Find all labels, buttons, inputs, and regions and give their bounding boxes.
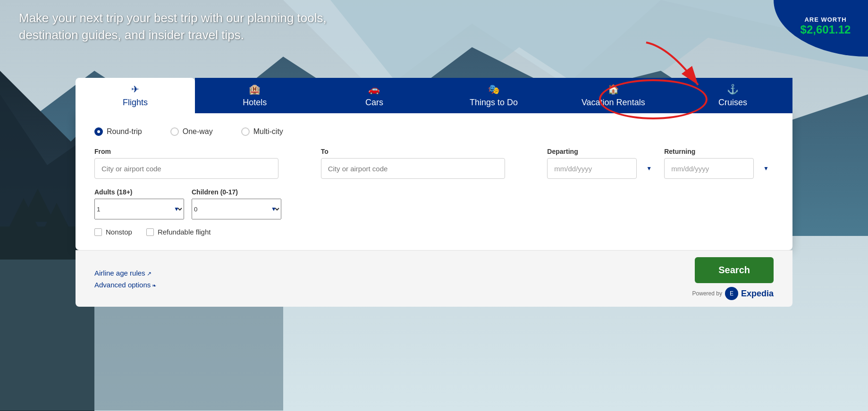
departing-select[interactable]: mm/dd/yyyy	[547, 158, 637, 179]
radio-oneway-label: One-way	[183, 127, 213, 136]
vacation-icon: 🏠	[607, 84, 619, 95]
flights-icon: ✈	[131, 84, 139, 95]
from-group: From	[94, 148, 313, 179]
tab-vacation-label: Vacation Rentals	[581, 98, 645, 108]
radio-roundtrip-circle	[94, 127, 103, 136]
departing-select-wrapper: mm/dd/yyyy ▼	[547, 158, 657, 179]
tab-things-label: Things to Do	[470, 98, 518, 108]
tab-flights-label: Flights	[123, 98, 148, 108]
radio-oneway-circle	[170, 127, 179, 136]
nonstop-checkbox[interactable]: Nonstop	[94, 228, 132, 236]
nonstop-label: Nonstop	[106, 228, 132, 236]
departing-group: Departing mm/dd/yyyy ▼	[547, 148, 657, 179]
things-icon: 🎭	[488, 84, 500, 95]
checkboxes-row: Nonstop Refundable flight	[94, 228, 774, 236]
returning-select-wrapper: mm/dd/yyyy ▼	[664, 158, 774, 179]
cruises-icon: ⚓	[727, 84, 739, 95]
tab-things-to-do[interactable]: 🎭 Things to Do	[434, 78, 554, 113]
returning-group: Returning mm/dd/yyyy ▼	[664, 148, 774, 179]
returning-select[interactable]: mm/dd/yyyy	[664, 158, 754, 179]
hotels-icon: 🏨	[249, 84, 261, 95]
radio-oneway[interactable]: One-way	[170, 127, 213, 136]
children-select[interactable]: 0 1 2	[192, 199, 281, 219]
radio-multicity-circle	[241, 127, 250, 136]
hero-text: Make your next trip your best trip with …	[19, 9, 349, 44]
tab-hotels[interactable]: 🏨 Hotels	[195, 78, 314, 113]
radio-multicity[interactable]: Multi-city	[241, 127, 283, 136]
refundable-checkbox[interactable]: Refundable flight	[146, 228, 211, 236]
children-group: Children (0-17) 0 1 2 ▼	[192, 188, 281, 219]
tab-cars-label: Cars	[365, 98, 383, 108]
powered-by: Powered by E Expedia	[692, 287, 774, 300]
returning-label: Returning	[664, 148, 774, 155]
tab-hotels-label: Hotels	[243, 98, 267, 108]
refundable-checkbox-box	[146, 228, 154, 236]
tab-bar: ✈ Flights 🏨 Hotels 🚗 Cars 🎭 Things to Do…	[76, 78, 792, 113]
worth-label: ARE WORTH	[804, 16, 846, 23]
cars-icon: 🚗	[368, 84, 380, 95]
adults-select[interactable]: 1 2 3 4	[94, 199, 184, 219]
airports-dates-row: From To Departing mm/dd/yyyy ▼ Returning	[94, 148, 774, 179]
search-button[interactable]: Search	[695, 257, 774, 283]
bottom-links: Airline age rules Advanced options	[94, 269, 156, 289]
departing-label: Departing	[547, 148, 657, 155]
to-group: To	[321, 148, 540, 179]
tab-vacation-rentals[interactable]: 🏠 Vacation Rentals	[554, 78, 673, 113]
main-content: ✈ Flights 🏨 Hotels 🚗 Cars 🎭 Things to Do…	[0, 78, 868, 307]
expedia-icon: E	[725, 287, 738, 300]
tab-cruises-label: Cruises	[718, 98, 747, 108]
radio-roundtrip-label: Round-trip	[107, 127, 142, 136]
from-input[interactable]	[94, 158, 278, 179]
passengers-row: Adults (18+) 1 2 3 4 ▼ Children (0-17) 0	[94, 188, 774, 219]
radio-multicity-label: Multi-city	[253, 127, 283, 136]
tab-cruises[interactable]: ⚓ Cruises	[673, 78, 792, 113]
search-form: Round-trip One-way Multi-city From To	[76, 113, 792, 250]
children-select-wrapper: 0 1 2 ▼	[192, 199, 281, 219]
from-label: From	[94, 148, 313, 155]
tab-cars[interactable]: 🚗 Cars	[314, 78, 434, 113]
tab-flights[interactable]: ✈ Flights	[76, 78, 195, 113]
adults-select-wrapper: 1 2 3 4 ▼	[94, 199, 184, 219]
airline-rules-link[interactable]: Airline age rules	[94, 269, 156, 277]
trip-type-selector: Round-trip One-way Multi-city	[94, 127, 774, 136]
nonstop-checkbox-box	[94, 228, 102, 236]
returning-arrow-icon: ▼	[763, 165, 769, 172]
children-label: Children (0-17)	[192, 188, 281, 196]
departing-arrow-icon: ▼	[646, 165, 652, 172]
adults-label: Adults (18+)	[94, 188, 184, 196]
refundable-label: Refundable flight	[158, 228, 211, 236]
powered-by-text: Powered by	[692, 290, 722, 297]
bottom-bar: Airline age rules Advanced options Searc…	[76, 250, 792, 307]
radio-roundtrip[interactable]: Round-trip	[94, 127, 142, 136]
expedia-name: Expedia	[741, 289, 774, 299]
to-input[interactable]	[321, 158, 505, 179]
worth-amount: $2,601.12	[801, 23, 851, 36]
search-btn-area: Search Powered by E Expedia	[692, 257, 774, 300]
adults-group: Adults (18+) 1 2 3 4 ▼	[94, 188, 184, 219]
to-label: To	[321, 148, 540, 155]
advanced-options-link[interactable]: Advanced options	[94, 281, 156, 289]
